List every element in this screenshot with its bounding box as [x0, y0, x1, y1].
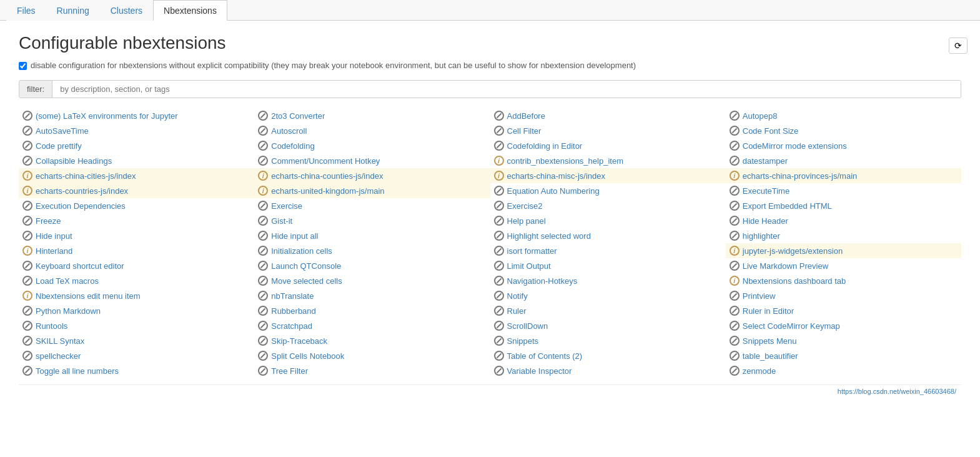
tab-running[interactable]: Running: [46, 0, 100, 21]
extension-item[interactable]: Printview: [726, 288, 961, 303]
extension-item[interactable]: Execution Dependencies: [19, 198, 254, 213]
extension-name: echarts-china-counties-js/index: [271, 171, 383, 181]
extension-item[interactable]: Toggle all line numbers: [19, 363, 254, 378]
extension-item[interactable]: Export Embedded HTML: [726, 198, 961, 213]
tab-files[interactable]: Files: [6, 0, 46, 21]
extension-item[interactable]: Snippets Menu: [726, 333, 961, 348]
extension-item[interactable]: Skip-Traceback: [254, 333, 490, 348]
extension-item[interactable]: Navigation-Hotkeys: [490, 273, 726, 288]
extension-item[interactable]: Notify: [490, 288, 726, 303]
extension-item[interactable]: icontrib_nbextensions_help_item: [490, 153, 726, 168]
filter-row: filter:: [19, 80, 961, 98]
extension-item[interactable]: Load TeX macros: [19, 273, 254, 288]
extension-item[interactable]: iecharts-united-kingdom-js/main: [254, 183, 490, 198]
extension-item[interactable]: Gist-it: [254, 213, 490, 228]
extension-item[interactable]: SKILL Syntax: [19, 333, 254, 348]
extension-item[interactable]: Exercise: [254, 198, 490, 213]
extension-item[interactable]: iecharts-china-counties-js/index: [254, 168, 490, 183]
extension-item[interactable]: Snippets: [490, 333, 726, 348]
extension-item[interactable]: ijupyter-js-widgets/extension: [726, 243, 961, 258]
tab-clusters[interactable]: Clusters: [100, 0, 153, 21]
extension-item[interactable]: Table of Contents (2): [490, 348, 726, 363]
extension-item[interactable]: Code Font Size: [726, 123, 961, 138]
extension-name: Hide Header: [743, 216, 788, 226]
extension-item[interactable]: Hide input: [19, 228, 254, 243]
extension-name: Initialization cells: [271, 246, 332, 256]
extension-item[interactable]: iecharts-china-misc-js/index: [490, 168, 726, 183]
extension-name: isort formatter: [507, 246, 557, 256]
extension-name: Runtools: [36, 321, 67, 331]
extension-item[interactable]: AutoSaveTime: [19, 123, 254, 138]
extension-item[interactable]: iNbextensions dashboard tab: [726, 273, 961, 288]
extension-item[interactable]: Code prettify: [19, 138, 254, 153]
extension-item[interactable]: iHinterland: [19, 243, 254, 258]
compatibility-checkbox[interactable]: [19, 62, 27, 70]
extension-item[interactable]: Keyboard shortcut editor: [19, 258, 254, 273]
extension-item[interactable]: Autopep8: [726, 108, 961, 123]
extension-item[interactable]: CodeMirror mode extensions: [726, 138, 961, 153]
extension-item[interactable]: Codefolding in Editor: [490, 138, 726, 153]
circle-slash-icon: [258, 126, 268, 136]
extension-item[interactable]: Split Cells Notebook: [254, 348, 490, 363]
refresh-button[interactable]: ⟳: [949, 38, 968, 54]
extension-item[interactable]: ScrollDown: [490, 318, 726, 333]
extension-item[interactable]: Scratchpad: [254, 318, 490, 333]
extension-item[interactable]: Equation Auto Numbering: [490, 183, 726, 198]
extension-item[interactable]: Ruler in Editor: [726, 303, 961, 318]
extension-item[interactable]: Cell Filter: [490, 123, 726, 138]
extension-name: Codefolding in Editor: [507, 141, 583, 151]
footer-link[interactable]: https://blog.csdn.net/weixin_46603468/: [19, 384, 961, 398]
circle-slash-icon: [494, 291, 504, 301]
extension-item[interactable]: spellchecker: [19, 348, 254, 363]
extension-item[interactable]: iecharts-countries-js/index: [19, 183, 254, 198]
extension-item[interactable]: zenmode: [726, 363, 961, 378]
tab-nbextensions[interactable]: Nbextensions: [153, 0, 227, 21]
extension-item[interactable]: iecharts-china-provinces-js/main: [726, 168, 961, 183]
extension-item[interactable]: Rubberband: [254, 303, 490, 318]
extension-item[interactable]: Collapsible Headings: [19, 153, 254, 168]
circle-slash-icon: [258, 291, 268, 301]
extension-item[interactable]: Initialization cells: [254, 243, 490, 258]
extension-name: Split Cells Notebook: [271, 351, 344, 361]
extension-item[interactable]: Runtools: [19, 318, 254, 333]
filter-input[interactable]: [52, 81, 961, 98]
extension-name: Gist-it: [271, 216, 292, 226]
extension-item[interactable]: highlighter: [726, 228, 961, 243]
extension-item[interactable]: 2to3 Converter: [254, 108, 490, 123]
extension-item[interactable]: Python Markdown: [19, 303, 254, 318]
extension-item[interactable]: Live Markdown Preview: [726, 258, 961, 273]
extension-item[interactable]: Ruler: [490, 303, 726, 318]
extension-item[interactable]: Comment/Uncomment Hotkey: [254, 153, 490, 168]
extension-item[interactable]: Move selected cells: [254, 273, 490, 288]
extension-item[interactable]: datestamper: [726, 153, 961, 168]
extension-item[interactable]: AddBefore: [490, 108, 726, 123]
extension-item[interactable]: table_beautifier: [726, 348, 961, 363]
extension-name: Freeze: [36, 216, 61, 226]
extension-item[interactable]: Autoscroll: [254, 123, 490, 138]
extension-item[interactable]: Variable Inspector: [490, 363, 726, 378]
extension-item[interactable]: Help panel: [490, 213, 726, 228]
extension-item[interactable]: Exercise2: [490, 198, 726, 213]
extension-item[interactable]: Codefolding: [254, 138, 490, 153]
extension-item[interactable]: Launch QTConsole: [254, 258, 490, 273]
extension-name: Move selected cells: [271, 276, 342, 286]
extension-item[interactable]: (some) LaTeX environments for Jupyter: [19, 108, 254, 123]
extension-item[interactable]: isort formatter: [490, 243, 726, 258]
filter-label: filter:: [19, 81, 52, 98]
circle-slash-icon: [22, 321, 32, 331]
extension-item[interactable]: Select CodeMirror Keymap: [726, 318, 961, 333]
extension-item[interactable]: ExecuteTime: [726, 183, 961, 198]
circle-slash-icon: [22, 201, 32, 211]
compatibility-label[interactable]: disable configuration for nbextensions w…: [31, 61, 636, 70]
extension-item[interactable]: Highlight selected word: [490, 228, 726, 243]
extension-item[interactable]: Hide input all: [254, 228, 490, 243]
extension-item[interactable]: Tree Filter: [254, 363, 490, 378]
extension-name: AddBefore: [507, 111, 545, 121]
extension-item[interactable]: iNbextensions edit menu item: [19, 288, 254, 303]
extension-item[interactable]: Hide Header: [726, 213, 961, 228]
extension-item[interactable]: Limit Output: [490, 258, 726, 273]
extension-item[interactable]: nbTranslate: [254, 288, 490, 303]
extension-item[interactable]: Freeze: [19, 213, 254, 228]
extension-name: Collapsible Headings: [36, 156, 112, 166]
extension-item[interactable]: iecharts-china-cities-js/index: [19, 168, 254, 183]
